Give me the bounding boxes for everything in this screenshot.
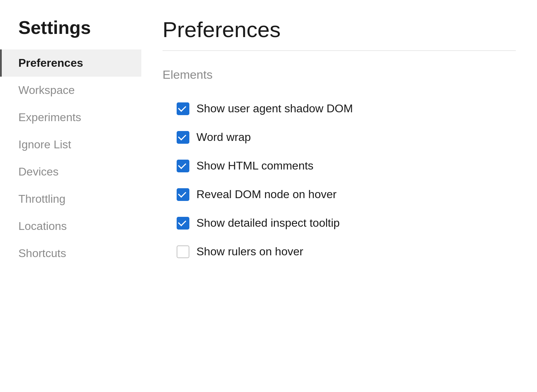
checkbox-wrapper-html-comments (177, 160, 189, 172)
checkbox-label-word-wrap: Word wrap (196, 131, 251, 144)
section-divider (163, 51, 516, 51)
checkbox-item-word-wrap: Word wrap (163, 123, 516, 152)
sidebar-item-workspace[interactable]: Workspace (0, 77, 141, 104)
checkbox-label-html-comments: Show HTML comments (196, 159, 313, 172)
sidebar-item-label: Locations (0, 213, 141, 240)
checkbox-item-reveal-dom: Reveal DOM node on hover (163, 180, 516, 209)
sidebar-item-label: Workspace (0, 77, 141, 104)
sidebar-item-locations[interactable]: Locations (0, 213, 141, 240)
checkbox-item-html-comments: Show HTML comments (163, 152, 516, 180)
sidebar-item-throttling[interactable]: Throttling (0, 185, 141, 213)
sidebar-item-label: Ignore List (0, 131, 141, 158)
sidebar-item-preferences[interactable]: Preferences (0, 49, 141, 77)
checkbox-wrapper-inspect-tooltip (177, 217, 189, 230)
checkbox-label-inspect-tooltip: Show detailed inspect tooltip (196, 216, 340, 230)
sidebar-item-label: Throttling (0, 185, 141, 213)
sidebar-item-label: Preferences (0, 49, 141, 77)
sidebar-item-label: Shortcuts (0, 240, 141, 267)
checkbox-label-rulers-hover: Show rulers on hover (196, 245, 303, 258)
checkbox-item-shadow-dom: Show user agent shadow DOM (163, 94, 516, 123)
checkbox-item-inspect-tooltip: Show detailed inspect tooltip (163, 209, 516, 237)
sidebar-item-devices[interactable]: Devices (0, 158, 141, 185)
checkbox-label-reveal-dom: Reveal DOM node on hover (196, 188, 337, 201)
page-title: Preferences (163, 17, 516, 42)
sidebar-item-experiments[interactable]: Experiments (0, 104, 141, 131)
sidebar: Settings PreferencesWorkspaceExperiments… (0, 0, 141, 392)
sidebar-item-label: Experiments (0, 104, 141, 131)
checkbox-item-rulers-hover: Show rulers on hover (163, 237, 516, 266)
checkbox-wrapper-word-wrap (177, 131, 189, 144)
checkbox-label-shadow-dom: Show user agent shadow DOM (196, 102, 353, 115)
checkbox-wrapper-rulers-hover (177, 245, 189, 258)
sidebar-item-label: Devices (0, 158, 141, 185)
sidebar-item-ignore-list[interactable]: Ignore List (0, 131, 141, 158)
checkbox-wrapper-reveal-dom (177, 188, 189, 201)
sidebar-item-shortcuts[interactable]: Shortcuts (0, 240, 141, 267)
sidebar-nav: PreferencesWorkspaceExperimentsIgnore Li… (0, 49, 141, 267)
elements-section: ElementsShow user agent shadow DOMWord w… (163, 68, 516, 266)
section-title-elements: Elements (163, 68, 516, 82)
sidebar-title: Settings (0, 17, 141, 49)
checkbox-list-elements: Show user agent shadow DOMWord wrapShow … (163, 94, 516, 266)
main-content: Preferences ElementsShow user agent shad… (141, 0, 537, 392)
checkbox-wrapper-shadow-dom (177, 102, 189, 115)
